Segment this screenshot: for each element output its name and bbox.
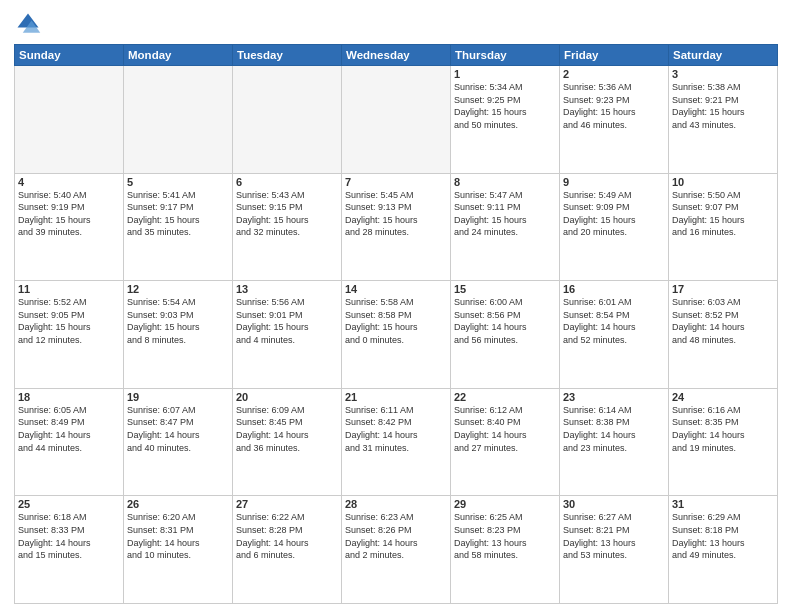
day-number: 29: [454, 498, 556, 510]
day-info: Sunrise: 6:03 AM Sunset: 8:52 PM Dayligh…: [672, 296, 774, 346]
day-number: 19: [127, 391, 229, 403]
calendar-cell: 10Sunrise: 5:50 AM Sunset: 9:07 PM Dayli…: [669, 173, 778, 281]
calendar-cell: 28Sunrise: 6:23 AM Sunset: 8:26 PM Dayli…: [342, 496, 451, 604]
day-info: Sunrise: 6:18 AM Sunset: 8:33 PM Dayligh…: [18, 511, 120, 561]
day-number: 25: [18, 498, 120, 510]
calendar-cell: 3Sunrise: 5:38 AM Sunset: 9:21 PM Daylig…: [669, 66, 778, 174]
calendar-cell: [342, 66, 451, 174]
day-number: 27: [236, 498, 338, 510]
day-info: Sunrise: 6:12 AM Sunset: 8:40 PM Dayligh…: [454, 404, 556, 454]
day-number: 20: [236, 391, 338, 403]
day-number: 23: [563, 391, 665, 403]
day-number: 30: [563, 498, 665, 510]
calendar-week-3: 11Sunrise: 5:52 AM Sunset: 9:05 PM Dayli…: [15, 281, 778, 389]
day-info: Sunrise: 5:56 AM Sunset: 9:01 PM Dayligh…: [236, 296, 338, 346]
header: [14, 10, 778, 38]
calendar-cell: 30Sunrise: 6:27 AM Sunset: 8:21 PM Dayli…: [560, 496, 669, 604]
calendar-cell: 19Sunrise: 6:07 AM Sunset: 8:47 PM Dayli…: [124, 388, 233, 496]
day-number: 14: [345, 283, 447, 295]
day-info: Sunrise: 5:52 AM Sunset: 9:05 PM Dayligh…: [18, 296, 120, 346]
day-number: 17: [672, 283, 774, 295]
calendar-cell: 1Sunrise: 5:34 AM Sunset: 9:25 PM Daylig…: [451, 66, 560, 174]
calendar-week-5: 25Sunrise: 6:18 AM Sunset: 8:33 PM Dayli…: [15, 496, 778, 604]
day-number: 24: [672, 391, 774, 403]
day-number: 12: [127, 283, 229, 295]
day-info: Sunrise: 5:34 AM Sunset: 9:25 PM Dayligh…: [454, 81, 556, 131]
calendar-cell: [15, 66, 124, 174]
day-header-tuesday: Tuesday: [233, 45, 342, 66]
day-header-friday: Friday: [560, 45, 669, 66]
day-header-wednesday: Wednesday: [342, 45, 451, 66]
calendar-cell: 11Sunrise: 5:52 AM Sunset: 9:05 PM Dayli…: [15, 281, 124, 389]
day-header-thursday: Thursday: [451, 45, 560, 66]
calendar-week-4: 18Sunrise: 6:05 AM Sunset: 8:49 PM Dayli…: [15, 388, 778, 496]
day-info: Sunrise: 6:11 AM Sunset: 8:42 PM Dayligh…: [345, 404, 447, 454]
day-info: Sunrise: 6:16 AM Sunset: 8:35 PM Dayligh…: [672, 404, 774, 454]
day-number: 18: [18, 391, 120, 403]
day-info: Sunrise: 5:38 AM Sunset: 9:21 PM Dayligh…: [672, 81, 774, 131]
day-info: Sunrise: 5:49 AM Sunset: 9:09 PM Dayligh…: [563, 189, 665, 239]
day-info: Sunrise: 5:54 AM Sunset: 9:03 PM Dayligh…: [127, 296, 229, 346]
calendar-cell: 24Sunrise: 6:16 AM Sunset: 8:35 PM Dayli…: [669, 388, 778, 496]
calendar-cell: 18Sunrise: 6:05 AM Sunset: 8:49 PM Dayli…: [15, 388, 124, 496]
calendar-cell: 16Sunrise: 6:01 AM Sunset: 8:54 PM Dayli…: [560, 281, 669, 389]
calendar-cell: 9Sunrise: 5:49 AM Sunset: 9:09 PM Daylig…: [560, 173, 669, 281]
calendar-cell: 26Sunrise: 6:20 AM Sunset: 8:31 PM Dayli…: [124, 496, 233, 604]
calendar-cell: 6Sunrise: 5:43 AM Sunset: 9:15 PM Daylig…: [233, 173, 342, 281]
day-info: Sunrise: 6:14 AM Sunset: 8:38 PM Dayligh…: [563, 404, 665, 454]
calendar-header-row: SundayMondayTuesdayWednesdayThursdayFrid…: [15, 45, 778, 66]
day-info: Sunrise: 5:47 AM Sunset: 9:11 PM Dayligh…: [454, 189, 556, 239]
calendar-week-1: 1Sunrise: 5:34 AM Sunset: 9:25 PM Daylig…: [15, 66, 778, 174]
day-number: 22: [454, 391, 556, 403]
day-number: 6: [236, 176, 338, 188]
day-number: 11: [18, 283, 120, 295]
calendar-cell: [233, 66, 342, 174]
day-number: 1: [454, 68, 556, 80]
calendar-cell: 4Sunrise: 5:40 AM Sunset: 9:19 PM Daylig…: [15, 173, 124, 281]
day-header-saturday: Saturday: [669, 45, 778, 66]
calendar-cell: 2Sunrise: 5:36 AM Sunset: 9:23 PM Daylig…: [560, 66, 669, 174]
day-info: Sunrise: 6:25 AM Sunset: 8:23 PM Dayligh…: [454, 511, 556, 561]
day-info: Sunrise: 6:29 AM Sunset: 8:18 PM Dayligh…: [672, 511, 774, 561]
page: SundayMondayTuesdayWednesdayThursdayFrid…: [0, 0, 792, 612]
calendar-cell: 12Sunrise: 5:54 AM Sunset: 9:03 PM Dayli…: [124, 281, 233, 389]
calendar-table: SundayMondayTuesdayWednesdayThursdayFrid…: [14, 44, 778, 604]
day-number: 5: [127, 176, 229, 188]
calendar-week-2: 4Sunrise: 5:40 AM Sunset: 9:19 PM Daylig…: [15, 173, 778, 281]
day-info: Sunrise: 5:36 AM Sunset: 9:23 PM Dayligh…: [563, 81, 665, 131]
day-info: Sunrise: 5:41 AM Sunset: 9:17 PM Dayligh…: [127, 189, 229, 239]
day-info: Sunrise: 6:09 AM Sunset: 8:45 PM Dayligh…: [236, 404, 338, 454]
day-info: Sunrise: 5:58 AM Sunset: 8:58 PM Dayligh…: [345, 296, 447, 346]
logo-icon: [14, 10, 42, 38]
day-info: Sunrise: 6:23 AM Sunset: 8:26 PM Dayligh…: [345, 511, 447, 561]
day-info: Sunrise: 5:43 AM Sunset: 9:15 PM Dayligh…: [236, 189, 338, 239]
day-number: 10: [672, 176, 774, 188]
calendar-cell: 21Sunrise: 6:11 AM Sunset: 8:42 PM Dayli…: [342, 388, 451, 496]
calendar-cell: [124, 66, 233, 174]
day-number: 2: [563, 68, 665, 80]
day-info: Sunrise: 5:40 AM Sunset: 9:19 PM Dayligh…: [18, 189, 120, 239]
calendar-cell: 5Sunrise: 5:41 AM Sunset: 9:17 PM Daylig…: [124, 173, 233, 281]
day-header-monday: Monday: [124, 45, 233, 66]
day-number: 9: [563, 176, 665, 188]
day-info: Sunrise: 6:20 AM Sunset: 8:31 PM Dayligh…: [127, 511, 229, 561]
day-info: Sunrise: 6:00 AM Sunset: 8:56 PM Dayligh…: [454, 296, 556, 346]
calendar-cell: 17Sunrise: 6:03 AM Sunset: 8:52 PM Dayli…: [669, 281, 778, 389]
day-info: Sunrise: 5:45 AM Sunset: 9:13 PM Dayligh…: [345, 189, 447, 239]
calendar-cell: 23Sunrise: 6:14 AM Sunset: 8:38 PM Dayli…: [560, 388, 669, 496]
day-number: 31: [672, 498, 774, 510]
calendar-cell: 20Sunrise: 6:09 AM Sunset: 8:45 PM Dayli…: [233, 388, 342, 496]
calendar-cell: 31Sunrise: 6:29 AM Sunset: 8:18 PM Dayli…: [669, 496, 778, 604]
day-info: Sunrise: 6:07 AM Sunset: 8:47 PM Dayligh…: [127, 404, 229, 454]
day-info: Sunrise: 6:22 AM Sunset: 8:28 PM Dayligh…: [236, 511, 338, 561]
day-number: 7: [345, 176, 447, 188]
day-number: 21: [345, 391, 447, 403]
day-header-sunday: Sunday: [15, 45, 124, 66]
calendar-cell: 15Sunrise: 6:00 AM Sunset: 8:56 PM Dayli…: [451, 281, 560, 389]
day-info: Sunrise: 6:27 AM Sunset: 8:21 PM Dayligh…: [563, 511, 665, 561]
calendar-cell: 8Sunrise: 5:47 AM Sunset: 9:11 PM Daylig…: [451, 173, 560, 281]
day-number: 15: [454, 283, 556, 295]
day-info: Sunrise: 6:01 AM Sunset: 8:54 PM Dayligh…: [563, 296, 665, 346]
day-info: Sunrise: 5:50 AM Sunset: 9:07 PM Dayligh…: [672, 189, 774, 239]
calendar-cell: 7Sunrise: 5:45 AM Sunset: 9:13 PM Daylig…: [342, 173, 451, 281]
